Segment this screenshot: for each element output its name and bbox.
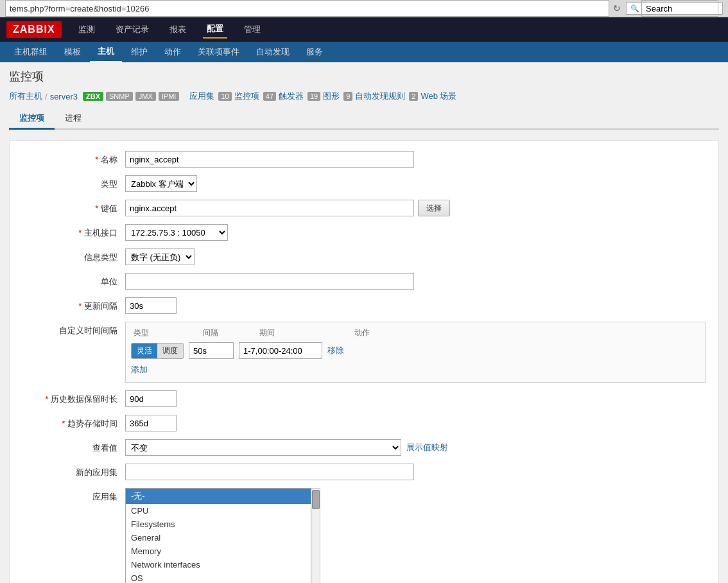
form-container: 名称 类型 Zabbix 客户端 键值 选择 主机接口 — [9, 140, 719, 583]
col-interval: 间隔 — [203, 327, 254, 338]
breadcrumb-triggers-count: 19 — [308, 92, 320, 101]
history-label: 历史数据保留时长 — [22, 390, 125, 405]
period-value-input[interactable] — [239, 342, 322, 359]
col-type: 类型 — [134, 327, 198, 338]
app-item-filesystems[interactable]: Filesystems — [126, 518, 311, 531]
host-iface-select[interactable]: 172.25.75.3 : 10050 — [125, 224, 228, 241]
breadcrumb-snmp-badge[interactable]: SNMP — [106, 92, 133, 101]
sec-nav-templates[interactable]: 模板 — [56, 42, 89, 62]
trend-row: 趋势存储时间 — [22, 415, 706, 431]
tab-process[interactable]: 进程 — [55, 109, 92, 130]
add-interval-row: 添加 — [131, 363, 700, 377]
key-row: 键值 选择 — [22, 200, 706, 216]
sec-nav-correlations[interactable]: 关联项事件 — [190, 42, 247, 62]
add-interval-button[interactable]: 添加 — [131, 363, 148, 377]
show-value-select[interactable]: 不变 — [125, 439, 401, 456]
trend-input[interactable] — [125, 415, 177, 431]
breadcrumb-ipmi-badge[interactable]: IPMI — [159, 92, 180, 101]
unit-input[interactable] — [125, 273, 414, 290]
host-iface-label: 主机接口 — [22, 224, 125, 239]
breadcrumb-appsets[interactable]: 应用集 — [189, 91, 214, 102]
nav-manage[interactable]: 管理 — [240, 21, 264, 38]
sec-nav-services[interactable]: 服务 — [299, 42, 331, 62]
new-app-row: 新的应用集 — [22, 464, 706, 480]
show-value-field: 不变 展示值映射 — [125, 439, 706, 456]
breadcrumb-graphs-count: 9 — [343, 92, 352, 101]
breadcrumb-triggers[interactable]: 触发器 — [279, 91, 304, 102]
interval-type-buttons: 灵活 调度 — [131, 343, 184, 359]
trend-field — [125, 415, 706, 431]
remove-interval-button[interactable]: 移除 — [327, 344, 344, 358]
breadcrumb-web[interactable]: Web 场景 — [420, 91, 456, 102]
show-value-label: 查看值 — [22, 439, 125, 454]
page-title: 监控项 — [9, 69, 719, 84]
name-input[interactable] — [125, 151, 414, 168]
sec-nav-discovery[interactable]: 自动发现 — [248, 42, 297, 62]
nav-reports[interactable]: 报表 — [166, 21, 190, 38]
unit-row: 单位 — [22, 273, 706, 290]
app-field: -无- CPU Filesystems General Memory Netwo… — [125, 488, 706, 583]
breadcrumb-server[interactable]: server3 — [50, 92, 78, 101]
type-select[interactable]: Zabbix 客户端 — [125, 175, 197, 192]
interval-value-input[interactable] — [189, 342, 234, 359]
sec-nav-hosts[interactable]: 主机 — [90, 42, 122, 62]
app-list: -无- CPU Filesystems General Memory Netwo… — [125, 488, 311, 583]
app-list-scrollbar[interactable] — [311, 488, 320, 583]
tabs: 监控项 进程 — [9, 109, 719, 130]
secondary-nav: 主机群组 模板 主机 维护 动作 关联项事件 自动发现 服务 — [0, 42, 728, 62]
name-label: 名称 — [22, 151, 125, 166]
search-bar-container: 🔍 — [626, 2, 723, 15]
name-row: 名称 — [22, 151, 706, 168]
breadcrumb-zbx-badge[interactable]: ZBX — [83, 92, 103, 101]
col-action: 动作 — [354, 327, 393, 338]
breadcrumb-jmx-badge[interactable]: JMX — [135, 92, 156, 101]
search-input[interactable] — [641, 0, 718, 17]
history-input[interactable] — [125, 390, 177, 407]
breadcrumb-all-hosts[interactable]: 所有主机 — [9, 91, 42, 102]
key-select-button[interactable]: 选择 — [418, 200, 450, 216]
url-bar[interactable] — [5, 0, 609, 17]
breadcrumb-monitor[interactable]: 监控项 — [234, 91, 259, 102]
unit-label: 单位 — [22, 273, 125, 288]
host-iface-field: 172.25.75.3 : 10050 — [125, 224, 706, 241]
update-interval-row: 更新间隔 — [22, 297, 706, 314]
refresh-icon[interactable]: ↻ — [613, 3, 621, 13]
browser-icons: ↻ — [613, 3, 621, 13]
sec-nav-actions[interactable]: 动作 — [157, 42, 189, 62]
show-value-mapping-button[interactable]: 展示值映射 — [406, 440, 448, 455]
key-label: 键值 — [22, 200, 125, 214]
sec-nav-hostgroups[interactable]: 主机群组 — [6, 42, 55, 62]
app-item-network[interactable]: Network interfaces — [126, 558, 311, 571]
update-interval-input[interactable] — [125, 297, 177, 314]
app-item-cpu[interactable]: CPU — [126, 504, 311, 518]
info-type-select[interactable]: 数字 (无正负) — [125, 248, 195, 265]
type-label: 类型 — [22, 175, 125, 190]
page-content: 监控项 所有主机 / server3 ZBX SNMP JMX IPMI 应用集… — [0, 62, 728, 583]
custom-interval-field: 类型 间隔 期间 动作 灵活 调度 移除 — [125, 322, 706, 383]
sec-nav-maintenance[interactable]: 维护 — [123, 42, 155, 62]
breadcrumb-monitor-count: 47 — [263, 92, 276, 101]
info-type-label: 信息类型 — [22, 248, 125, 263]
custom-interval-label: 自定义时间间隔 — [22, 322, 125, 336]
type-row: 类型 Zabbix 客户端 — [22, 175, 706, 192]
breadcrumb-auto-rules[interactable]: 自动发现规则 — [355, 91, 405, 102]
host-iface-row: 主机接口 172.25.75.3 : 10050 — [22, 224, 706, 241]
col-period: 期间 — [259, 327, 349, 338]
btn-flexible[interactable]: 灵活 — [132, 344, 157, 358]
nav-assets[interactable]: 资产记录 — [112, 21, 153, 38]
breadcrumb-appsets-count: 10 — [218, 92, 231, 101]
nav-config[interactable]: 配置 — [203, 21, 227, 39]
app-item-os[interactable]: OS — [126, 571, 311, 583]
nav-monitor[interactable]: 监测 — [74, 21, 99, 38]
browser-bar: ↻ 🔍 — [0, 0, 728, 17]
btn-scheduling[interactable]: 调度 — [157, 344, 183, 358]
breadcrumb-graphs[interactable]: 图形 — [323, 91, 340, 102]
app-label: 应用集 — [22, 488, 125, 503]
app-item-general[interactable]: General — [126, 531, 311, 544]
app-item-none[interactable]: -无- — [126, 489, 311, 504]
interval-row: 灵活 调度 移除 — [131, 342, 700, 359]
key-input[interactable] — [125, 200, 414, 216]
new-app-input[interactable] — [125, 464, 414, 480]
tab-monitor-items[interactable]: 监控项 — [9, 109, 55, 130]
app-item-memory[interactable]: Memory — [126, 544, 311, 558]
